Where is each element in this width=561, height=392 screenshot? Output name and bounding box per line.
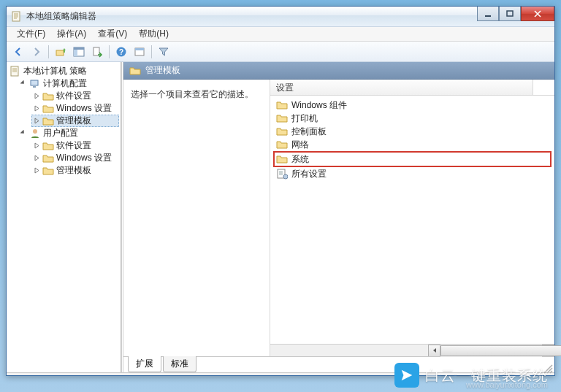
- list-item[interactable]: 所有设置: [273, 167, 552, 180]
- folder-icon: [42, 153, 54, 164]
- tree-root[interactable]: 本地计算机 策略: [8, 65, 119, 77]
- user-icon: [29, 128, 41, 139]
- menu-action[interactable]: 操作(A): [51, 26, 92, 42]
- tree-software-settings[interactable]: 软件设置: [31, 90, 119, 102]
- tab-extended[interactable]: 扩展: [128, 356, 161, 372]
- gpedit-window: 本地组策略编辑器 文件(F) 操作(A) 查看(V) 帮助(H) ?: [6, 6, 555, 376]
- content-split: 选择一个项目来查看它的描述。 设置 Windows 组件打印机控制面板网络系统所…: [123, 80, 554, 356]
- folder-icon: [129, 65, 141, 77]
- folder-icon: [42, 103, 54, 115]
- export-button[interactable]: [88, 44, 106, 60]
- svg-rect-13: [31, 80, 38, 85]
- tree-pane[interactable]: 本地计算机 策略 计算机配置: [7, 62, 121, 372]
- svg-point-15: [33, 129, 37, 134]
- expand-icon[interactable]: [33, 117, 41, 125]
- scroll-left-button[interactable]: [428, 345, 440, 357]
- list-item-label: 控制面板: [291, 126, 327, 138]
- svg-point-17: [283, 174, 288, 179]
- scroll-track[interactable]: [440, 345, 542, 357]
- menu-help[interactable]: 帮助(H): [133, 26, 175, 42]
- list-item-label: 网络: [291, 139, 309, 151]
- expand-icon[interactable]: [33, 154, 41, 162]
- policy-icon: [9, 66, 21, 77]
- tree-computer-config[interactable]: 计算机配置: [18, 77, 119, 90]
- computer-icon: [29, 78, 41, 90]
- folder-icon: [42, 91, 54, 102]
- show-hide-tree-button[interactable]: [70, 44, 88, 60]
- expand-icon[interactable]: [33, 92, 41, 100]
- tree-admin-templates[interactable]: 管理模板: [31, 164, 119, 177]
- folder-icon: [42, 140, 54, 152]
- list-item[interactable]: 打印机: [273, 112, 552, 125]
- tree-admin-templates[interactable]: 管理模板: [31, 115, 119, 127]
- tree-software-settings[interactable]: 软件设置: [31, 139, 119, 152]
- back-button[interactable]: [9, 44, 27, 60]
- up-button[interactable]: [52, 44, 69, 60]
- tree-label: 计算机配置: [43, 77, 87, 90]
- content-header-title: 管理模板: [145, 64, 180, 77]
- properties-button[interactable]: [131, 44, 148, 60]
- scroll-thumb[interactable]: [440, 345, 561, 356]
- expand-icon[interactable]: [33, 166, 41, 174]
- folder-icon: [276, 153, 288, 165]
- folder-icon: [276, 126, 288, 137]
- svg-rect-3: [56, 50, 64, 55]
- content-header: 管理模板: [123, 62, 554, 80]
- help-button[interactable]: ?: [112, 44, 130, 60]
- list-item-label: 所有设置: [291, 168, 327, 180]
- menu-file[interactable]: 文件(F): [11, 26, 51, 42]
- titlebar[interactable]: 本地组策略编辑器: [7, 7, 554, 27]
- policy-tree: 本地计算机 策略 计算机配置: [8, 65, 119, 177]
- window-controls: [477, 7, 554, 21]
- description-hint: 选择一个项目来查看它的描述。: [131, 89, 253, 99]
- menu-view[interactable]: 查看(V): [92, 26, 133, 42]
- list-header: 设置: [270, 80, 554, 96]
- list-item[interactable]: 控制面板: [273, 125, 552, 138]
- tree-label: Windows 设置: [56, 102, 112, 115]
- settings-list-icon: [276, 168, 288, 180]
- tab-standard[interactable]: 标准: [163, 356, 196, 372]
- list-item[interactable]: 网络: [273, 138, 552, 151]
- svg-rect-14: [33, 86, 36, 88]
- list-item-label: 打印机: [291, 112, 318, 125]
- list-item-label: Windows 组件: [291, 99, 347, 112]
- tree-label: 本地计算机 策略: [23, 65, 87, 77]
- tree-label: 软件设置: [56, 90, 91, 102]
- svg-rect-1: [485, 15, 491, 17]
- toolbar-separator: [109, 45, 110, 58]
- body: 本地计算机 策略 计算机配置: [7, 62, 554, 372]
- watermark: 白云一键重装系统 www.baiyunxitong.com: [394, 363, 548, 388]
- close-button[interactable]: [521, 7, 554, 21]
- tree-label: Windows 设置: [56, 152, 112, 164]
- horizontal-scrollbar[interactable]: [270, 344, 554, 356]
- tree-label: 管理模板: [56, 164, 91, 177]
- tree-label: 软件设置: [56, 139, 91, 152]
- maximize-button[interactable]: [499, 7, 521, 21]
- app-icon: [11, 11, 23, 23]
- list-item[interactable]: Windows 组件: [273, 99, 552, 112]
- toolbar: ?: [7, 42, 554, 62]
- svg-text:?: ?: [119, 48, 123, 56]
- folder-icon: [42, 115, 54, 127]
- folder-icon: [42, 165, 54, 177]
- tree-label: 用户配置: [43, 127, 78, 139]
- tree-label: 管理模板: [56, 115, 91, 127]
- forward-button[interactable]: [28, 44, 45, 60]
- tree-user-config[interactable]: 用户配置: [18, 127, 119, 139]
- collapse-icon[interactable]: [20, 80, 28, 88]
- collapse-icon[interactable]: [20, 129, 28, 137]
- svg-rect-2: [507, 11, 513, 16]
- tree-windows-settings[interactable]: Windows 设置: [31, 102, 119, 115]
- tree-windows-settings[interactable]: Windows 设置: [31, 152, 119, 164]
- folder-icon: [276, 112, 288, 124]
- folder-icon: [276, 99, 288, 111]
- minimize-button[interactable]: [477, 7, 499, 21]
- watermark-url: www.baiyunxitong.com: [466, 380, 548, 389]
- svg-rect-6: [74, 47, 84, 50]
- list-item[interactable]: 系统: [273, 151, 552, 167]
- expand-icon[interactable]: [33, 142, 41, 150]
- column-header-setting[interactable]: 设置: [270, 80, 533, 95]
- filter-button[interactable]: [155, 44, 172, 60]
- list-body[interactable]: Windows 组件打印机控制面板网络系统所有设置: [270, 96, 554, 344]
- expand-icon[interactable]: [33, 104, 41, 112]
